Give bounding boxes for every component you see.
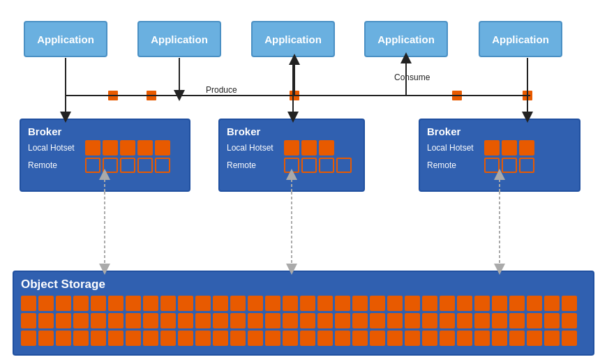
storage-block [492,296,507,311]
storage-block [544,296,560,311]
broker-remote-row-1: Remote [28,158,182,173]
storage-block [21,296,36,311]
storage-block [352,313,368,328]
storage-block [230,296,246,311]
storage-block [457,331,472,346]
storage-block [265,296,280,311]
storage-block [562,296,577,311]
storage-block [422,296,437,311]
remote-block [319,158,334,173]
remote-block [301,158,317,173]
storage-block [108,313,123,328]
storage-block [283,331,298,346]
hotset-block [137,140,153,156]
storage-block [21,313,36,328]
storage-block [195,296,211,311]
storage-grid [21,296,586,346]
storage-block [265,331,280,346]
broker-hotset-row-2: Local Hotset [227,140,357,156]
broker-title-2: Broker [227,126,357,137]
storage-block [230,313,246,328]
storage-title: Object Storage [21,278,586,291]
storage-block [73,296,89,311]
storage-block [457,313,472,328]
storage-block [21,331,36,346]
storage-block [248,313,263,328]
storage-block [317,296,333,311]
diagram: { "apps": [ {"id": "app1", "label": "App… [0,0,607,364]
storage-block [474,331,490,346]
storage-block [422,313,437,328]
storage-block [544,313,560,328]
storage-block [108,331,123,346]
app-box-2: Application [137,21,221,57]
storage-block [562,313,577,328]
storage-block [160,313,176,328]
storage-block [56,331,71,346]
hotset-label-1: Local Hotset [28,143,85,153]
broker-hotset-row-3: Local Hotset [427,140,572,156]
storage-block [91,331,106,346]
broker-remote-row-3: Remote [427,158,572,173]
storage-block [160,296,176,311]
storage-block [38,313,54,328]
app-box-4: Application [364,21,448,57]
remote-block [103,158,118,173]
storage-block [91,313,106,328]
hotset-block [103,140,118,156]
connector-5 [523,91,532,100]
storage-block [56,296,71,311]
hotset-block [301,140,317,156]
storage-block [387,313,403,328]
storage-block [405,331,420,346]
hotset-label-3: Local Hotset [427,143,484,153]
storage-block [474,313,490,328]
connector-4 [452,91,462,100]
remote-label-1: Remote [28,160,85,170]
remote-block [284,158,299,173]
remote-block [336,158,352,173]
storage-block [387,296,403,311]
storage-block [422,331,437,346]
hotset-label-2: Local Hotset [227,143,284,153]
storage-block [283,313,298,328]
storage-block [38,331,54,346]
storage-block [300,331,315,346]
storage-block [300,313,315,328]
storage-block [143,331,158,346]
storage-block [73,313,89,328]
storage-block [335,331,350,346]
remote-block [137,158,153,173]
broker-remote-row-2: Remote [227,158,357,173]
storage-block [230,331,246,346]
storage-block [492,313,507,328]
storage-block [352,331,368,346]
storage-block [562,331,577,346]
storage-block [248,296,263,311]
storage-block [544,331,560,346]
storage-block [527,331,542,346]
broker-title-3: Broker [427,126,572,137]
storage-block [195,331,211,346]
storage-block [370,313,385,328]
storage-block [73,331,89,346]
storage-block [509,331,525,346]
storage-block [248,331,263,346]
app-box-5: Application [479,21,562,57]
hotset-block [85,140,100,156]
hotset-block [502,140,517,156]
remote-block [155,158,170,173]
storage-block [370,296,385,311]
remote-label-3: Remote [427,160,484,170]
storage-block [440,313,455,328]
storage-block [317,331,333,346]
connector-2 [147,91,156,100]
storage-block [195,313,211,328]
remote-block [519,158,534,173]
storage-block [126,313,141,328]
storage-block [335,296,350,311]
app-box-3: Application [251,21,335,57]
storage-block [527,296,542,311]
storage-block [440,331,455,346]
storage-block [317,313,333,328]
